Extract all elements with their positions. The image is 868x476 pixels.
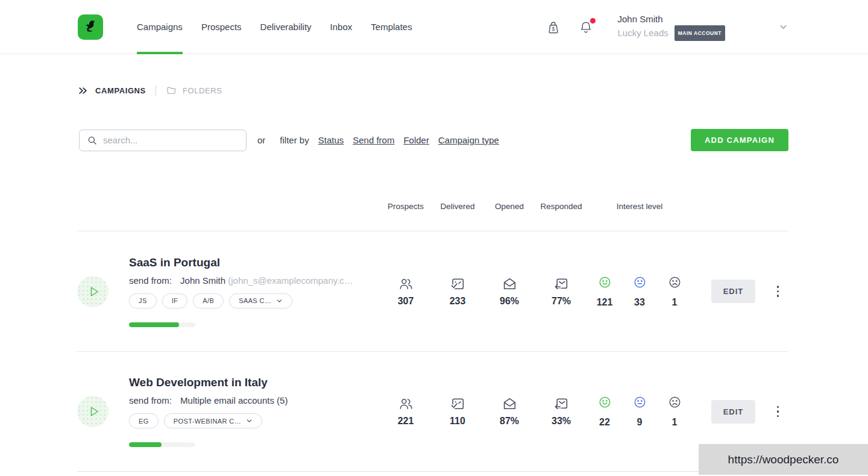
- filter-send-from[interactable]: Send from: [353, 135, 394, 145]
- delivered-envelope-check-icon: [450, 277, 465, 291]
- stat-opened: 96%: [483, 277, 535, 307]
- col-header-opened: Opened: [483, 202, 535, 211]
- sender-name: John Smith: [180, 275, 225, 286]
- happy-face-icon: [598, 275, 612, 292]
- edit-campaign-button[interactable]: EDIT: [711, 280, 755, 303]
- add-campaign-button[interactable]: ADD CAMPAIGN: [691, 129, 788, 151]
- top-navigation-bar: Campaigns Prospects Deliverability Inbox…: [0, 0, 868, 54]
- stat-opened: 87%: [483, 396, 535, 427]
- neutral-face-icon: [633, 395, 647, 412]
- campaign-progress-bar: [129, 322, 195, 327]
- responded-envelope-arrow-icon: [554, 277, 569, 291]
- send-from-line: send from: John Smith (john_s@examplecom…: [129, 275, 368, 286]
- filter-folder[interactable]: Folder: [403, 135, 429, 145]
- notifications-bell-icon[interactable]: [578, 19, 594, 35]
- neutral-value: 9: [637, 417, 643, 428]
- stat-prospects: 307: [380, 277, 432, 307]
- woodpecker-url-watermark: https://woodpecker.co: [699, 444, 868, 475]
- nav-deliverability[interactable]: Deliverability: [260, 0, 312, 54]
- campaign-tags: JS IF A/B SAAS C…: [129, 293, 368, 308]
- send-from-label: send from:: [129, 395, 172, 406]
- stat-responded: 77%: [535, 277, 587, 307]
- interested-value: 121: [597, 297, 613, 308]
- campaigns-toolbar: or filter by Status Send from Folder Cam…: [79, 129, 788, 151]
- responded-envelope-arrow-icon: [554, 396, 569, 411]
- tag-pill[interactable]: IF: [162, 293, 188, 308]
- prospects-people-icon: [398, 396, 414, 411]
- main-nav: Campaigns Prospects Deliverability Inbox…: [137, 0, 431, 54]
- chevron-down-icon: [246, 418, 253, 424]
- prospects-people-icon: [398, 277, 414, 291]
- or-label: or: [257, 135, 265, 145]
- neutral-value: 33: [634, 297, 645, 308]
- run-campaign-button[interactable]: [77, 396, 108, 427]
- stat-neutral: 9: [622, 395, 657, 428]
- not-interested-value: 1: [672, 417, 678, 428]
- filter-by-label: filter by: [280, 135, 309, 145]
- run-campaign-button[interactable]: [77, 276, 108, 307]
- not-interested-value: 1: [672, 297, 678, 308]
- breadcrumb-divider: [156, 85, 156, 96]
- progress-fill: [129, 442, 162, 447]
- filter-campaign-type[interactable]: Campaign type: [438, 135, 499, 145]
- edit-campaign-button[interactable]: EDIT: [711, 400, 755, 424]
- nav-inbox[interactable]: Inbox: [330, 0, 353, 54]
- account-company: Lucky Leads: [618, 27, 668, 39]
- row-menu-kebab-icon[interactable]: [775, 283, 782, 299]
- filter-status[interactable]: Status: [318, 135, 344, 145]
- nav-templates[interactable]: Templates: [371, 0, 412, 54]
- play-icon: [87, 285, 101, 298]
- delivered-envelope-check-icon: [450, 396, 465, 411]
- woodpecker-logo[interactable]: [78, 14, 103, 40]
- search-input[interactable]: [103, 135, 239, 145]
- stat-delivered: 110: [432, 396, 483, 427]
- tag-pill[interactable]: A/B: [193, 293, 224, 308]
- interested-value: 22: [599, 417, 610, 428]
- opened-value: 87%: [500, 416, 519, 427]
- breadcrumb-folders[interactable]: FOLDERS: [183, 86, 222, 95]
- sender-name: Multiple email accounts (5): [180, 395, 288, 406]
- tag-dropdown-pill[interactable]: POST-WEBINAR C…: [164, 413, 262, 428]
- campaign-progress-bar: [129, 442, 195, 447]
- search-box[interactable]: [79, 130, 247, 151]
- row-menu-kebab-icon[interactable]: [775, 404, 782, 420]
- stat-prospects: 221: [380, 396, 432, 427]
- stat-responded: 33%: [535, 396, 587, 427]
- send-from-line: send from: Multiple email accounts (5): [129, 395, 368, 406]
- main-account-badge: MAIN ACCOUNT: [675, 25, 725, 41]
- col-header-responded: Responded: [535, 202, 587, 211]
- nav-campaigns[interactable]: Campaigns: [137, 0, 183, 54]
- campaign-title[interactable]: Web Development in Italy: [129, 376, 368, 389]
- prospects-value: 307: [398, 296, 414, 307]
- delivered-value: 110: [450, 416, 465, 427]
- col-header-interest-level: Interest level: [587, 202, 692, 211]
- tag-pill[interactable]: EG: [129, 413, 159, 428]
- nav-prospects[interactable]: Prospects: [201, 0, 242, 54]
- account-info[interactable]: John Smith Lucky Leads MAIN ACCOUNT: [618, 13, 726, 41]
- send-from-label: send from:: [129, 275, 172, 286]
- sad-face-icon: [668, 275, 682, 292]
- folder-icon: [166, 85, 177, 96]
- stat-interested: 121: [587, 275, 622, 308]
- neutral-face-icon: [633, 275, 647, 292]
- progress-fill: [129, 322, 179, 327]
- stat-delivered: 233: [432, 277, 483, 307]
- tag-dropdown-pill[interactable]: SAAS C…: [229, 293, 292, 308]
- tag-dropdown-label: SAAS C…: [239, 297, 271, 304]
- play-icon: [87, 405, 101, 418]
- tag-pill[interactable]: JS: [129, 293, 157, 308]
- table-header-row: Prospects Delivered Opened Responded Int…: [77, 202, 788, 211]
- opened-envelope-icon: [502, 277, 517, 291]
- prospects-value: 221: [398, 416, 414, 427]
- billing-bag-icon[interactable]: $: [546, 19, 561, 35]
- responded-value: 33%: [552, 416, 571, 427]
- opened-envelope-icon: [502, 396, 517, 411]
- campaign-title[interactable]: SaaS in Portugal: [129, 256, 368, 269]
- happy-face-icon: [598, 395, 612, 412]
- stat-not-interested: 1: [657, 395, 692, 428]
- chevron-down-icon: [276, 298, 283, 304]
- search-icon: [87, 135, 98, 146]
- breadcrumb-campaigns[interactable]: CAMPAIGNS: [95, 86, 146, 95]
- stat-interested: 22: [587, 395, 622, 428]
- account-chevron-down-icon[interactable]: [778, 22, 788, 32]
